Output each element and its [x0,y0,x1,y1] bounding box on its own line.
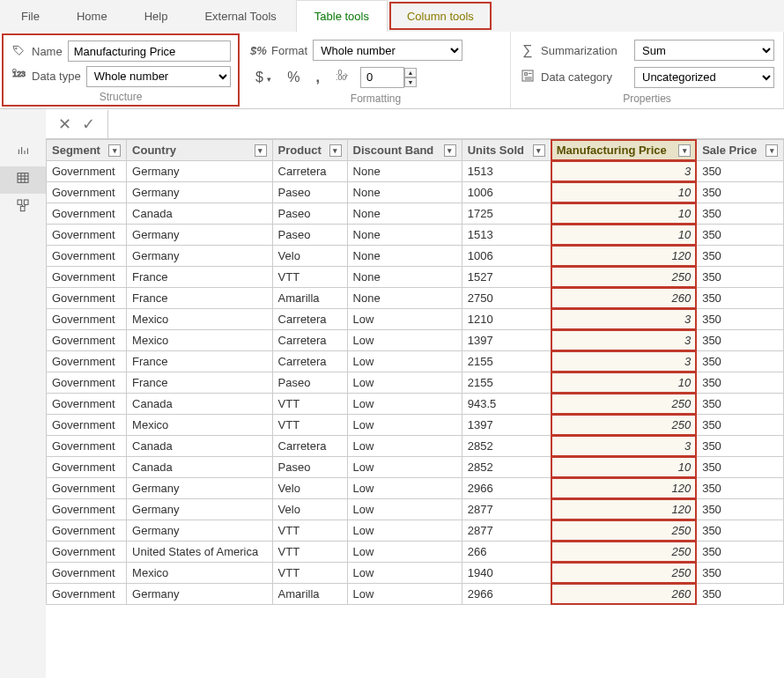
data-grid[interactable]: Segment▾Country▾Product▾Discount Band▾Un… [46,139,784,678]
table-cell[interactable]: 3 [551,161,696,182]
menu-home[interactable]: Home [59,0,125,32]
table-cell[interactable]: Canada [127,436,273,457]
table-cell[interactable]: 10 [551,182,696,203]
table-cell[interactable]: Government [47,563,127,584]
table-cell[interactable]: Low [347,542,462,563]
table-cell[interactable]: Carretera [272,351,347,372]
column-header[interactable]: Units Sold▾ [462,140,551,161]
table-cell[interactable]: 2966 [462,584,551,605]
table-cell[interactable]: Low [347,330,462,351]
table-row[interactable]: GovernmentMexicoVTTLow1397250350 [47,415,784,436]
table-cell[interactable]: 250 [551,267,696,288]
spinner-up-icon[interactable]: ▲ [404,68,417,77]
table-cell[interactable]: Low [347,415,462,436]
table-cell[interactable]: 350 [697,436,784,457]
table-cell[interactable]: Government [47,542,127,563]
table-cell[interactable]: 260 [551,288,696,309]
filter-dropdown-icon[interactable]: ▾ [108,144,121,157]
table-row[interactable]: GovernmentGermanyVeloNone1006120350 [47,246,784,267]
table-cell[interactable]: Carretera [272,161,347,182]
table-row[interactable]: GovernmentUnited States of AmericaVTTLow… [47,542,784,563]
table-cell[interactable]: Government [47,478,127,499]
column-header[interactable]: Discount Band▾ [347,140,462,161]
table-cell[interactable]: 260 [551,584,696,605]
table-cell[interactable]: Velo [272,246,347,267]
table-cell[interactable]: Germany [127,478,273,499]
table-cell[interactable]: Government [47,457,127,478]
table-cell[interactable]: Government [47,267,127,288]
table-cell[interactable]: 250 [551,542,696,563]
table-cell[interactable]: 350 [697,288,784,309]
table-cell[interactable]: 2155 [462,372,551,394]
table-cell[interactable]: 1006 [462,182,551,203]
filter-dropdown-icon[interactable]: ▾ [329,144,342,157]
table-cell[interactable]: 1513 [462,225,551,246]
table-cell[interactable]: Velo [272,499,347,520]
table-cell[interactable]: 1210 [462,309,551,330]
table-cell[interactable]: Low [347,309,462,330]
table-row[interactable]: GovernmentGermanyAmarillaLow2966260350 [47,584,784,605]
table-cell[interactable]: Government [47,499,127,520]
table-row[interactable]: GovernmentMexicoVTTLow1940250350 [47,563,784,584]
table-cell[interactable]: 943.5 [462,394,551,415]
table-cell[interactable]: 350 [697,394,784,415]
table-cell[interactable]: VTT [272,267,347,288]
table-cell[interactable]: None [347,161,462,182]
table-cell[interactable]: 350 [697,542,784,563]
table-cell[interactable]: United States of America [127,542,273,563]
table-cell[interactable]: 1725 [462,203,551,225]
table-cell[interactable]: Government [47,246,127,267]
table-cell[interactable]: None [347,225,462,246]
cancel-icon[interactable]: ✕ [58,114,71,134]
filter-dropdown-icon[interactable]: ▾ [255,144,267,157]
table-cell[interactable]: Paseo [272,225,347,246]
table-cell[interactable]: Low [347,499,462,520]
table-cell[interactable]: 350 [697,499,784,520]
table-cell[interactable]: 350 [697,309,784,330]
table-cell[interactable]: Amarilla [272,288,347,309]
table-cell[interactable]: Paseo [272,372,347,394]
table-row[interactable]: GovernmentCanadaPaseoLow285210350 [47,457,784,478]
table-cell[interactable]: 1527 [462,267,551,288]
table-cell[interactable]: 266 [462,542,551,563]
table-cell[interactable]: Germany [127,584,273,605]
table-cell[interactable]: 2877 [462,499,551,520]
table-cell[interactable]: 1513 [462,161,551,182]
table-row[interactable]: GovernmentCanadaVTTLow943.5250350 [47,394,784,415]
table-cell[interactable]: 3 [551,309,696,330]
commit-icon[interactable]: ✓ [82,114,95,134]
table-cell[interactable]: 120 [551,478,696,499]
table-cell[interactable]: Low [347,436,462,457]
table-cell[interactable]: Low [347,457,462,478]
table-cell[interactable]: VTT [272,542,347,563]
table-cell[interactable]: 350 [697,267,784,288]
table-cell[interactable]: Mexico [127,309,273,330]
table-cell[interactable]: Government [47,309,127,330]
table-cell[interactable]: 350 [697,330,784,351]
table-cell[interactable]: 350 [697,182,784,203]
table-cell[interactable]: Germany [127,499,273,520]
column-header[interactable]: Manufacturing Price▾ [551,140,696,161]
table-cell[interactable]: Mexico [127,563,273,584]
table-cell[interactable]: 2750 [462,288,551,309]
table-cell[interactable]: 350 [697,372,784,394]
table-row[interactable]: GovernmentFranceCarreteraLow21553350 [47,351,784,372]
table-cell[interactable]: Canada [127,203,273,225]
table-cell[interactable]: Carretera [272,436,347,457]
table-cell[interactable]: 350 [697,225,784,246]
table-cell[interactable]: 350 [697,351,784,372]
table-cell[interactable]: VTT [272,563,347,584]
table-cell[interactable]: None [347,182,462,203]
table-cell[interactable]: 2877 [462,520,551,542]
table-cell[interactable]: Canada [127,394,273,415]
percent-button[interactable]: % [282,68,305,87]
table-cell[interactable]: Germany [127,520,273,542]
table-cell[interactable]: Low [347,520,462,542]
formula-input[interactable] [107,110,784,138]
table-cell[interactable]: Velo [272,478,347,499]
table-row[interactable]: GovernmentGermanyPaseoNone100610350 [47,182,784,203]
table-row[interactable]: GovernmentGermanyPaseoNone151310350 [47,225,784,246]
table-cell[interactable]: 350 [697,457,784,478]
menu-table-tools[interactable]: Table tools [296,0,388,32]
table-cell[interactable]: VTT [272,394,347,415]
